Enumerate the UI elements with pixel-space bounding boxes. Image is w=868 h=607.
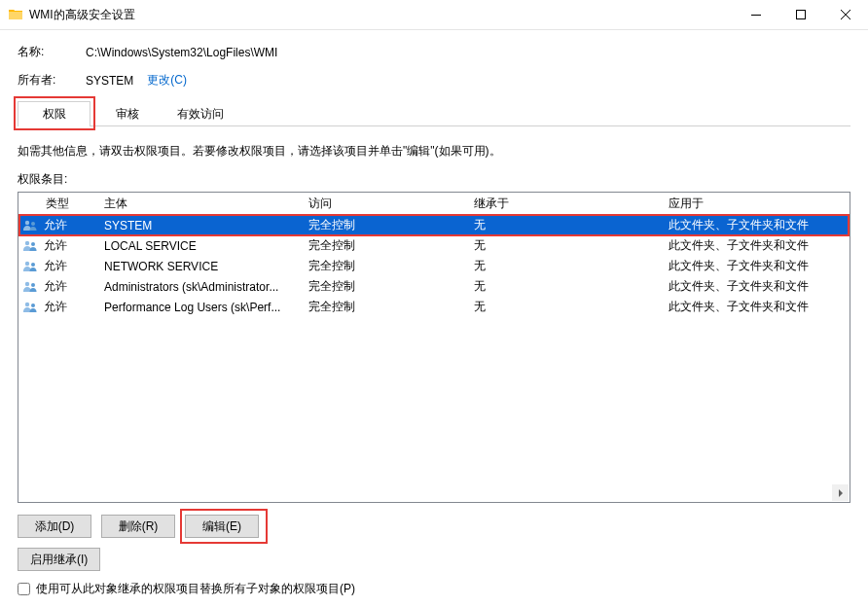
table-body: 允许SYSTEM完全控制无此文件夹、子文件夹和文件允许LOCAL SERVICE… — [18, 215, 850, 317]
permissions-table: 类型 主体 访问 继承于 应用于 允许SYSTEM完全控制无此文件夹、子文件夹和… — [18, 192, 850, 503]
users-icon — [22, 279, 38, 295]
cell-applies: 此文件夹、子文件夹和文件 — [663, 258, 850, 274]
cell-inherited: 无 — [468, 237, 663, 254]
owner-label: 所有者: — [18, 72, 86, 89]
replace-children-label: 使用可从此对象继承的权限项目替换所有子对象的权限项目(P) — [36, 581, 355, 597]
replace-children-row: 使用可从此对象继承的权限项目替换所有子对象的权限项目(P) — [18, 581, 850, 597]
cell-applies: 此文件夹、子文件夹和文件 — [663, 278, 850, 295]
cell-access: 完全控制 — [303, 258, 468, 274]
cell-access: 完全控制 — [303, 237, 468, 254]
cell-inherited: 无 — [468, 299, 663, 315]
svg-point-3 — [25, 240, 29, 244]
name-value: C:\Windows\System32\LogFiles\WMI — [86, 46, 277, 59]
cell-inherited: 无 — [468, 258, 663, 274]
table-row[interactable]: 允许SYSTEM完全控制无此文件夹、子文件夹和文件 — [18, 215, 850, 235]
cell-principal: NETWORK SERVICE — [98, 260, 303, 273]
table-header: 类型 主体 访问 继承于 应用于 — [18, 193, 850, 215]
col-access[interactable]: 访问 — [303, 196, 468, 212]
cell-inherited: 无 — [468, 217, 663, 233]
users-icon — [22, 238, 38, 254]
svg-point-9 — [25, 302, 29, 305]
users-icon — [22, 259, 38, 274]
cell-type: 允许 — [44, 278, 67, 295]
name-row: 名称: C:\Windows\System32\LogFiles\WMI — [18, 44, 850, 60]
table-row[interactable]: 允许NETWORK SERVICE完全控制无此文件夹、子文件夹和文件 — [18, 256, 850, 276]
svg-point-5 — [25, 261, 29, 265]
close-button[interactable] — [823, 0, 868, 30]
window-controls — [734, 0, 868, 30]
col-principal[interactable]: 主体 — [98, 196, 303, 212]
svg-point-10 — [31, 304, 35, 307]
tab-permissions[interactable]: 权限 — [18, 101, 90, 126]
button-row-1: 添加(D) 删除(R) 编辑(E) — [18, 515, 850, 538]
svg-point-6 — [31, 263, 35, 267]
edit-button[interactable]: 编辑(E) — [185, 515, 259, 538]
cell-access: 完全控制 — [303, 217, 468, 233]
maximize-button[interactable] — [778, 0, 823, 30]
col-applies[interactable]: 应用于 — [663, 196, 850, 212]
enable-inheritance-button[interactable]: 启用继承(I) — [18, 548, 100, 571]
instruction-text: 如需其他信息，请双击权限项目。若要修改权限项目，请选择该项目并单击"编辑"(如果… — [18, 142, 850, 160]
horizontal-scrollbar-right[interactable] — [832, 484, 849, 501]
replace-children-checkbox[interactable] — [18, 583, 30, 595]
svg-point-4 — [31, 242, 35, 246]
svg-point-1 — [25, 220, 29, 224]
tab-strip: 权限 审核 有效访问 — [18, 100, 850, 126]
table-row[interactable]: 允许LOCAL SERVICE完全控制无此文件夹、子文件夹和文件 — [18, 235, 850, 256]
name-label: 名称: — [18, 44, 86, 60]
button-row-2: 启用继承(I) — [18, 548, 850, 571]
remove-button[interactable]: 删除(R) — [101, 515, 175, 538]
owner-value: SYSTEM — [86, 74, 133, 88]
tab-auditing[interactable]: 审核 — [90, 101, 163, 126]
table-row[interactable]: 允许Performance Log Users (sk\Perf...完全控制无… — [18, 297, 850, 317]
cell-type: 允许 — [44, 237, 67, 254]
cell-inherited: 无 — [468, 278, 663, 295]
cell-applies: 此文件夹、子文件夹和文件 — [663, 217, 850, 233]
tab-effective-access[interactable]: 有效访问 — [163, 101, 236, 126]
svg-point-2 — [31, 222, 35, 226]
cell-applies: 此文件夹、子文件夹和文件 — [663, 237, 850, 254]
cell-access: 完全控制 — [303, 299, 468, 315]
cell-principal: Performance Log Users (sk\Perf... — [98, 301, 303, 314]
users-icon — [22, 218, 38, 233]
window-title: WMI的高级安全设置 — [29, 7, 734, 23]
tabs-container: 权限 审核 有效访问 — [18, 100, 850, 126]
content-area: 名称: C:\Windows\System32\LogFiles\WMI 所有者… — [0, 30, 868, 607]
cell-principal: SYSTEM — [98, 219, 303, 232]
cell-type: 允许 — [44, 217, 67, 233]
users-icon — [22, 300, 38, 315]
entries-label: 权限条目: — [18, 171, 850, 188]
title-bar: WMI的高级安全设置 — [0, 0, 868, 30]
cell-type: 允许 — [44, 299, 67, 315]
col-inherited[interactable]: 继承于 — [468, 196, 663, 212]
add-button[interactable]: 添加(D) — [18, 515, 91, 538]
table-row[interactable]: 允许Administrators (sk\Administrator...完全控… — [18, 276, 850, 297]
cell-type: 允许 — [44, 258, 67, 274]
change-owner-link[interactable]: 更改(C) — [147, 72, 187, 89]
cell-principal: LOCAL SERVICE — [98, 239, 303, 253]
owner-row: 所有者: SYSTEM 更改(C) — [18, 72, 850, 89]
cell-principal: Administrators (sk\Administrator... — [98, 280, 303, 294]
svg-point-8 — [31, 283, 35, 287]
minimize-button[interactable] — [734, 0, 778, 30]
svg-point-7 — [25, 281, 29, 285]
svg-rect-0 — [797, 11, 806, 19]
cell-applies: 此文件夹、子文件夹和文件 — [663, 299, 850, 315]
cell-access: 完全控制 — [303, 278, 468, 295]
folder-icon — [8, 7, 23, 22]
col-type[interactable]: 类型 — [18, 196, 98, 212]
